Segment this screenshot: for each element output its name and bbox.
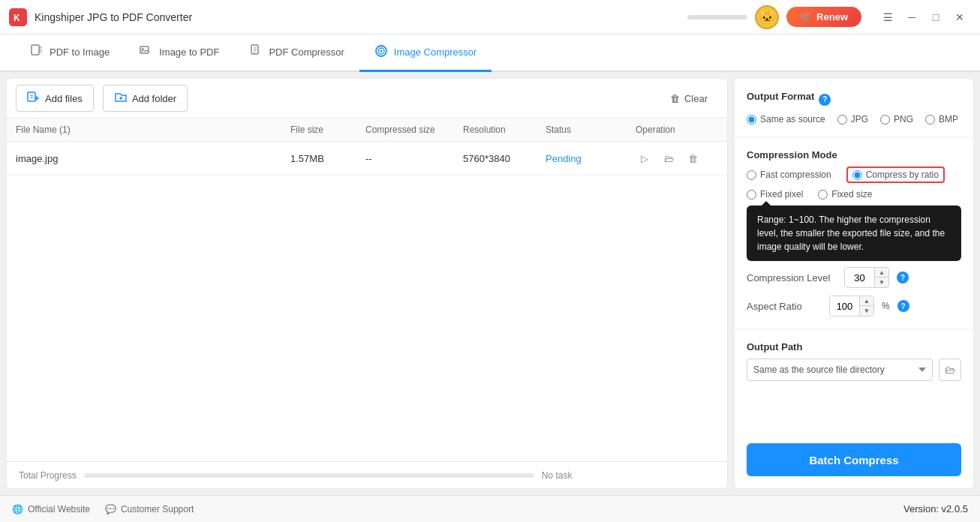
cell-filesize: 1.57MB	[290, 153, 365, 164]
col-resolution: Resolution	[463, 124, 546, 135]
col-compressed: Compressed size	[365, 124, 463, 135]
main-container: Add files Add folder 🗑 Clear File Name (…	[0, 72, 980, 495]
folder-browse-icon: 🗁	[945, 364, 955, 376]
left-panel: Add files Add folder 🗑 Clear File Name (…	[6, 78, 728, 489]
avatar: 🐱	[755, 5, 779, 29]
mode-pixel[interactable]: Fixed pixel	[747, 189, 803, 200]
version-label: Version: v2.0.5	[903, 503, 968, 514]
format-png-label: PNG	[894, 114, 913, 124]
format-bmp-label: BMP	[939, 114, 958, 124]
mode-ratio[interactable]: Compress by ratio	[846, 166, 945, 183]
tab-image-to-pdf[interactable]: Image to PDF	[125, 35, 234, 72]
tab-image-compressor-label: Image Compressor	[394, 46, 477, 58]
compression-level-input[interactable]	[845, 268, 875, 287]
aspect-ratio-input[interactable]	[830, 296, 860, 316]
trash-icon: 🗑	[670, 93, 680, 104]
output-path-section: Output Path Same as the source file dire…	[747, 341, 961, 381]
format-png[interactable]: PNG	[880, 114, 913, 124]
delete-icon[interactable]: 🗑	[684, 149, 702, 167]
col-status: Status	[546, 124, 636, 135]
clear-label: Clear	[684, 93, 708, 104]
add-files-button[interactable]: Add files	[16, 85, 94, 112]
divider-1	[735, 136, 973, 137]
svg-text:K: K	[14, 13, 20, 23]
spinner-down[interactable]: ▼	[875, 278, 888, 287]
cell-status: Pending	[546, 153, 636, 164]
maximize-button[interactable]: □	[924, 6, 947, 28]
output-path-title: Output Path	[747, 341, 802, 352]
tab-image-compressor[interactable]: Image Compressor	[359, 35, 492, 72]
menu-button[interactable]: ☰	[876, 6, 899, 28]
pdf-to-image-icon	[30, 44, 44, 61]
svg-rect-9	[28, 92, 35, 101]
aspect-spinner-down[interactable]: ▼	[860, 306, 873, 316]
format-same-as-source[interactable]: Same as source	[747, 114, 825, 124]
output-format-help-icon[interactable]: ?	[819, 94, 831, 106]
ratio-highlight-box: Compress by ratio	[846, 166, 945, 183]
table-row: image.jpg 1.57MB -- 5760*3840 Pending ▷ …	[7, 142, 727, 176]
compression-level-spinner: ▲ ▼	[844, 267, 889, 288]
svg-rect-2	[32, 45, 39, 55]
add-folder-button[interactable]: Add folder	[103, 85, 188, 112]
percent-label: %	[882, 301, 890, 311]
clear-button[interactable]: 🗑 Clear	[660, 88, 718, 109]
tab-pdf-compressor[interactable]: PDF Compressor	[234, 35, 359, 72]
aspect-spinner-up[interactable]: ▲	[860, 296, 873, 306]
cell-resolution: 5760*3840	[463, 153, 546, 164]
tab-pdf-to-image[interactable]: PDF to Image	[15, 35, 125, 72]
compression-level-row: Compression Level ▲ ▼ ?	[747, 267, 961, 288]
compression-level-label: Compression Level	[747, 272, 837, 284]
folder-icon[interactable]: 🗁	[660, 149, 678, 167]
customer-support-link[interactable]: 💬 Customer Support	[105, 504, 194, 514]
pdf-compressor-icon	[249, 44, 263, 61]
window-controls: ☰ ─ □ ✕	[876, 6, 971, 28]
play-icon[interactable]: ▷	[636, 149, 654, 167]
compression-top-row: Fast compression Compress by ratio	[747, 166, 961, 183]
svg-rect-3	[140, 46, 149, 53]
bottom-bar: Total Progress No task	[7, 461, 727, 488]
format-bmp[interactable]: BMP	[925, 114, 958, 124]
official-website-link[interactable]: 🌐 Official Website	[12, 504, 90, 514]
tab-pdf-to-image-label: PDF to Image	[50, 46, 110, 58]
spinner-buttons: ▲ ▼	[875, 268, 888, 287]
compression-mode-section: Compression Mode Fast compression Compre…	[747, 149, 961, 316]
image-to-pdf-icon	[140, 44, 153, 61]
format-jpg[interactable]: JPG	[837, 114, 868, 124]
renew-button[interactable]: 🛒 Renew	[786, 7, 861, 27]
spinner-up[interactable]: ▲	[875, 268, 888, 278]
col-filename: File Name (1)	[16, 124, 290, 135]
browse-folder-button[interactable]: 🗁	[939, 358, 961, 381]
mode-fast-label: Fast compression	[760, 170, 831, 180]
aspect-ratio-help[interactable]: ?	[897, 300, 909, 312]
mode-size[interactable]: Fixed size	[818, 189, 872, 200]
col-operation: Operation	[636, 124, 718, 135]
minimize-button[interactable]: ─	[900, 6, 923, 28]
globe-icon: 🌐	[12, 504, 23, 514]
compression-level-help[interactable]: ?	[897, 272, 909, 284]
tooltip-text: Range: 1~100. The higher the compression…	[757, 214, 945, 252]
nav-tabs: PDF to Image Image to PDF PDF Compressor…	[0, 34, 980, 72]
support-icon: 💬	[105, 504, 116, 514]
output-format-title-row: Output Format ?	[747, 91, 961, 108]
progress-status: No task	[542, 470, 573, 481]
right-panel: Output Format ? Same as source JPG PNG	[734, 78, 974, 489]
mode-fast[interactable]: Fast compression	[747, 166, 831, 183]
mode-ratio-label: Compress by ratio	[866, 170, 939, 180]
add-files-icon	[27, 90, 41, 106]
operation-icons: ▷ 🗁 🗑	[636, 149, 718, 167]
svg-point-8	[380, 50, 382, 52]
close-button[interactable]: ✕	[948, 6, 971, 28]
customer-support-label: Customer Support	[121, 504, 194, 514]
add-folder-label: Add folder	[132, 93, 176, 104]
image-compressor-icon	[374, 44, 388, 61]
tab-image-to-pdf-label: Image to PDF	[159, 46, 219, 58]
compression-options: Fast compression Compress by ratio Fixed…	[747, 166, 961, 200]
app-logo: K	[9, 8, 27, 26]
batch-compress-button[interactable]: Batch Compress	[747, 443, 961, 476]
file-table: File Name (1) File size Compressed size …	[7, 118, 727, 461]
output-path-select[interactable]: Same as the source file directory Custom…	[747, 358, 933, 381]
official-website-label: Official Website	[28, 504, 90, 514]
format-same-label: Same as source	[760, 114, 825, 124]
progress-track	[84, 473, 534, 478]
footer-left: 🌐 Official Website 💬 Customer Support	[12, 504, 194, 514]
